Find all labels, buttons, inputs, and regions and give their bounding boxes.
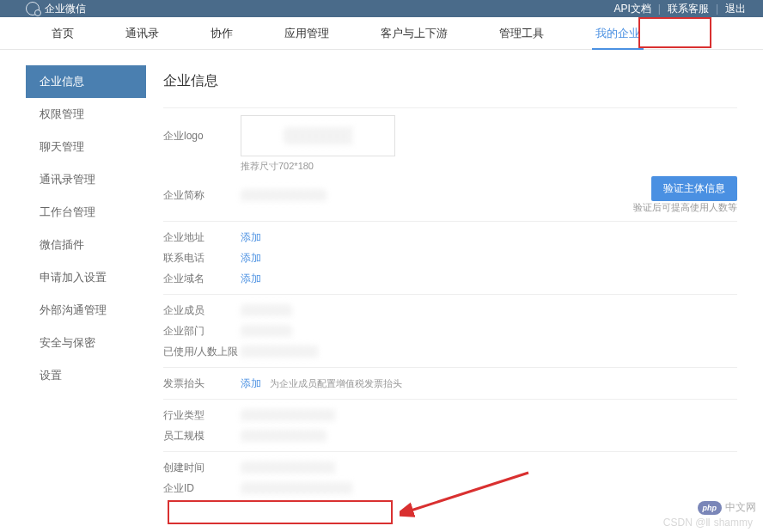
label-depts: 企业部门 bbox=[163, 324, 241, 339]
redacted-depts bbox=[241, 325, 292, 337]
label-invoice: 发票抬头 bbox=[163, 376, 241, 391]
sidebar-item-company-info[interactable]: 企业信息 bbox=[26, 65, 146, 98]
verify-entity-button[interactable]: 验证主体信息 bbox=[651, 176, 737, 201]
top-bar: 企业微信 API文档 | 联系客服 | 退出 bbox=[0, 0, 763, 17]
redacted-logo bbox=[284, 127, 352, 144]
nav-my-company[interactable]: 我的企业 bbox=[595, 17, 640, 50]
redacted-members bbox=[241, 304, 292, 316]
main-nav: 首页 通讯录 协作 应用管理 客户与上下游 管理工具 我的企业 bbox=[0, 17, 763, 50]
sidebar-item-workbench[interactable]: 工作台管理 bbox=[26, 196, 146, 229]
link-logout[interactable]: 退出 bbox=[725, 2, 746, 16]
label-used-quota: 已使用/人数上限 bbox=[163, 345, 241, 359]
nav-collab[interactable]: 协作 bbox=[211, 17, 233, 50]
label-domain: 企业域名 bbox=[163, 272, 241, 286]
redacted-industry bbox=[241, 409, 335, 421]
nav-contacts[interactable]: 通讯录 bbox=[125, 17, 159, 50]
logo-size-hint: 推荐尺寸702*180 bbox=[241, 160, 395, 173]
add-phone-link[interactable]: 添加 bbox=[241, 251, 261, 266]
divider: | bbox=[658, 3, 661, 15]
label-members: 企业成员 bbox=[163, 303, 241, 318]
add-domain-link[interactable]: 添加 bbox=[241, 272, 261, 286]
sidebar-item-chat[interactable]: 聊天管理 bbox=[26, 131, 146, 163]
company-logo-preview[interactable] bbox=[241, 115, 395, 156]
nav-apps[interactable]: 应用管理 bbox=[284, 17, 329, 50]
label-address: 企业地址 bbox=[163, 230, 241, 245]
brand-logo-icon bbox=[26, 2, 40, 15]
nav-tools[interactable]: 管理工具 bbox=[499, 17, 544, 50]
redacted-created bbox=[241, 462, 335, 474]
link-contact[interactable]: 联系客服 bbox=[668, 2, 709, 16]
redacted-scale bbox=[241, 430, 327, 442]
redacted-corp-id bbox=[241, 482, 352, 494]
nav-customers[interactable]: 客户与上下游 bbox=[381, 17, 448, 50]
label-logo: 企业logo bbox=[163, 115, 241, 144]
label-phone: 联系电话 bbox=[163, 251, 241, 266]
sidebar: 企业信息 权限管理 聊天管理 通讯录管理 工作台管理 微信插件 申请加入设置 外… bbox=[26, 65, 146, 504]
divider: | bbox=[716, 3, 718, 15]
sidebar-item-settings[interactable]: 设置 bbox=[26, 359, 146, 392]
sidebar-item-contacts-mgmt[interactable]: 通讯录管理 bbox=[26, 163, 146, 196]
redacted-quota bbox=[241, 345, 318, 358]
invoice-hint: 为企业成员配置增值税发票抬头 bbox=[270, 377, 402, 390]
link-api-docs[interactable]: API文档 bbox=[613, 2, 650, 16]
label-industry: 行业类型 bbox=[163, 408, 241, 423]
label-scale: 员工规模 bbox=[163, 429, 241, 443]
sidebar-item-permissions[interactable]: 权限管理 bbox=[26, 98, 146, 131]
php-logo-icon: php bbox=[698, 501, 723, 515]
page-title: 企业信息 bbox=[163, 65, 737, 90]
brand-name: 企业微信 bbox=[45, 2, 86, 16]
label-created: 创建时间 bbox=[163, 461, 241, 475]
annotation-corpid-box bbox=[168, 500, 393, 524]
add-invoice-link[interactable]: 添加 bbox=[241, 376, 261, 391]
nav-home[interactable]: 首页 bbox=[52, 17, 74, 50]
sidebar-item-external[interactable]: 外部沟通管理 bbox=[26, 294, 146, 327]
sidebar-item-wechat-plugin[interactable]: 微信插件 bbox=[26, 229, 146, 261]
add-address-link[interactable]: 添加 bbox=[241, 230, 261, 245]
watermark-phpcn: php 中文网 bbox=[698, 500, 757, 515]
watermark-csdn: CSDN @Ⅱ shammy bbox=[663, 517, 753, 529]
content-panel: 企业信息 企业logo 推荐尺寸702*180 企业简称 验证主体信息 验证后可… bbox=[146, 65, 737, 504]
sidebar-item-join-settings[interactable]: 申请加入设置 bbox=[26, 261, 146, 294]
verify-hint: 验证后可提高使用人数等 bbox=[633, 201, 737, 214]
label-corp-id: 企业ID bbox=[163, 481, 241, 496]
sidebar-item-security[interactable]: 安全与保密 bbox=[26, 327, 146, 359]
label-company-name: 企业简称 bbox=[163, 188, 241, 203]
redacted-company-name bbox=[241, 189, 327, 201]
